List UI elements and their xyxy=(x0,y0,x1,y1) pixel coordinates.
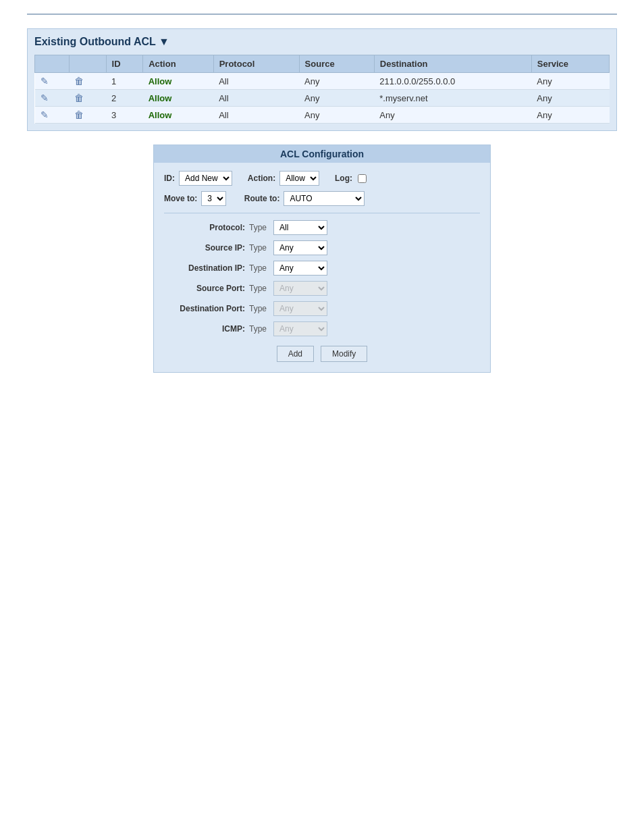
source-ip-type-label: Type xyxy=(249,243,269,253)
col-action: Action xyxy=(143,55,214,73)
source-ip-row: Source IP: Type Any xyxy=(164,240,480,255)
dest-ip-label: Destination IP: xyxy=(164,263,245,273)
col-destination: Destination xyxy=(374,55,531,73)
modify-button[interactable]: Modify xyxy=(321,346,367,362)
row-source: Any xyxy=(299,73,374,90)
row-action: Allow xyxy=(143,107,214,124)
table-row: ✎ 🗑 2 Allow All Any *.myserv.net Any xyxy=(35,90,610,107)
acl-config-panel: ACL Configuration ID: Add New Action: Al… xyxy=(153,145,491,373)
col-delete xyxy=(69,55,106,73)
route-to-select[interactable]: AUTO xyxy=(284,191,365,206)
icmp-row: ICMP: Type Any xyxy=(164,321,480,336)
acl-section-title[interactable]: Existing Outbound ACL ▼ xyxy=(34,36,610,48)
move-to-label: Move to: xyxy=(164,194,197,203)
acl-section: Existing Outbound ACL ▼ ID Action Protoc… xyxy=(27,28,617,131)
icmp-select: Any xyxy=(273,321,327,336)
action-select[interactable]: Allow Deny xyxy=(279,171,319,186)
row-id: 1 xyxy=(106,73,143,90)
edit-icon-cell: ✎ xyxy=(35,90,70,107)
config-row-id-action: ID: Add New Action: Allow Deny Log: xyxy=(164,171,480,186)
row-id: 2 xyxy=(106,90,143,107)
row-protocol: All xyxy=(213,107,299,124)
dest-ip-type-label: Type xyxy=(249,263,269,273)
dest-port-type-label: Type xyxy=(249,304,269,313)
delete-icon-cell: 🗑 xyxy=(69,90,106,107)
acl-table: ID Action Protocol Source Destination Se… xyxy=(34,55,610,124)
col-edit xyxy=(35,55,70,73)
col-source: Source xyxy=(299,55,374,73)
delete-icon-cell: 🗑 xyxy=(69,107,106,124)
col-protocol: Protocol xyxy=(213,55,299,73)
delete-icon[interactable]: 🗑 xyxy=(74,109,84,120)
protocol-row: Protocol: Type All TCP UDP ICMP xyxy=(164,220,480,235)
delete-icon[interactable]: 🗑 xyxy=(74,93,84,103)
log-label: Log: xyxy=(335,174,352,183)
row-service: Any xyxy=(531,73,609,90)
dest-ip-row: Destination IP: Type Any xyxy=(164,261,480,276)
id-label: ID: xyxy=(164,174,175,183)
action-label: Action: xyxy=(248,174,275,183)
protocol-label: Protocol: xyxy=(164,223,245,232)
protocol-type-label: Type xyxy=(249,223,269,232)
log-checkbox[interactable] xyxy=(358,174,367,183)
divider xyxy=(164,213,480,213)
delete-icon-cell: 🗑 xyxy=(69,73,106,90)
table-row: ✎ 🗑 1 Allow All Any 211.0.0.0/255.0.0.0 … xyxy=(35,73,610,90)
edit-icon[interactable]: ✎ xyxy=(41,76,49,86)
edit-icon-cell: ✎ xyxy=(35,107,70,124)
dest-port-row: Destination Port: Type Any xyxy=(164,301,480,316)
dest-ip-select[interactable]: Any xyxy=(273,261,327,276)
add-button[interactable]: Add xyxy=(277,346,314,362)
source-ip-label: Source IP: xyxy=(164,243,245,253)
row-service: Any xyxy=(531,107,609,124)
col-service: Service xyxy=(531,55,609,73)
id-select[interactable]: Add New xyxy=(179,171,232,186)
form-section: Protocol: Type All TCP UDP ICMP Source I… xyxy=(164,220,480,336)
route-to-label: Route to: xyxy=(244,194,280,203)
row-service: Any xyxy=(531,90,609,107)
acl-config-title: ACL Configuration xyxy=(154,145,490,163)
table-row: ✎ 🗑 3 Allow All Any Any Any xyxy=(35,107,610,124)
protocol-select[interactable]: All TCP UDP ICMP xyxy=(273,220,327,235)
icmp-type-label: Type xyxy=(249,324,269,334)
config-row-move-route: Move to: 3 Route to: AUTO xyxy=(164,191,480,206)
row-destination: Any xyxy=(374,107,531,124)
source-ip-select[interactable]: Any xyxy=(273,240,327,255)
source-port-row: Source Port: Type Any xyxy=(164,281,480,296)
source-port-select: Any xyxy=(273,281,327,296)
row-destination: 211.0.0.0/255.0.0.0 xyxy=(374,73,531,90)
source-port-label: Source Port: xyxy=(164,284,245,293)
edit-icon-cell: ✎ xyxy=(35,73,70,90)
source-port-type-label: Type xyxy=(249,284,269,293)
row-action: Allow xyxy=(143,90,214,107)
icmp-label: ICMP: xyxy=(164,324,245,334)
row-action: Allow xyxy=(143,73,214,90)
dest-port-label: Destination Port: xyxy=(164,304,245,313)
button-row: Add Modify xyxy=(164,346,480,362)
row-id: 3 xyxy=(106,107,143,124)
col-id: ID xyxy=(106,55,143,73)
row-source: Any xyxy=(299,107,374,124)
edit-icon[interactable]: ✎ xyxy=(41,109,49,120)
row-protocol: All xyxy=(213,90,299,107)
page-container: Existing Outbound ACL ▼ ID Action Protoc… xyxy=(0,0,644,386)
move-to-select[interactable]: 3 xyxy=(201,191,226,206)
row-source: Any xyxy=(299,90,374,107)
top-divider xyxy=(27,14,617,15)
row-protocol: All xyxy=(213,73,299,90)
delete-icon[interactable]: 🗑 xyxy=(74,76,84,86)
edit-icon[interactable]: ✎ xyxy=(41,93,49,103)
row-destination: *.myserv.net xyxy=(374,90,531,107)
dest-port-select: Any xyxy=(273,301,327,316)
